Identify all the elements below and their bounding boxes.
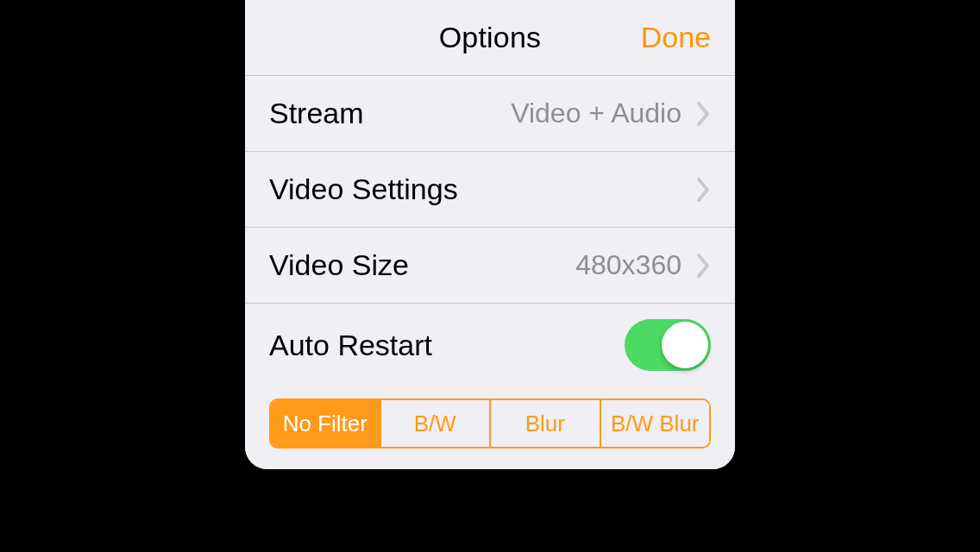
auto-restart-toggle[interactable] (625, 319, 711, 371)
chevron-right-icon (697, 254, 711, 278)
filter-option-blur[interactable]: Blur (491, 400, 601, 447)
options-panel: Options Done Stream Video + Audio Video … (245, 0, 735, 469)
row-stream[interactable]: Stream Video + Audio (245, 76, 735, 152)
switch-knob (662, 322, 708, 368)
filter-option-bw[interactable]: B/W (381, 400, 492, 447)
row-label: Auto Restart (269, 329, 625, 362)
row-value: Video + Audio (364, 97, 682, 129)
row-video-settings[interactable]: Video Settings (245, 152, 735, 228)
chevron-right-icon (697, 102, 711, 126)
filter-option-no-filter[interactable]: No Filter (271, 400, 381, 447)
row-auto-restart: Auto Restart (245, 304, 735, 386)
chevron-right-icon (697, 178, 711, 202)
row-label: Video Size (269, 248, 409, 282)
done-button[interactable]: Done (641, 0, 711, 75)
row-label: Stream (269, 97, 364, 130)
panel-title: Options (439, 21, 542, 54)
row-label: Video Settings (269, 172, 458, 206)
filter-segment-wrap: No Filter B/W Blur B/W Blur (245, 386, 735, 469)
panel-header: Options Done (245, 0, 735, 76)
row-value: 480x360 (409, 249, 682, 281)
filter-option-bw-blur[interactable]: B/W Blur (601, 400, 710, 447)
filter-segmented-control: No Filter B/W Blur B/W Blur (269, 398, 711, 448)
row-video-size[interactable]: Video Size 480x360 (245, 228, 735, 304)
